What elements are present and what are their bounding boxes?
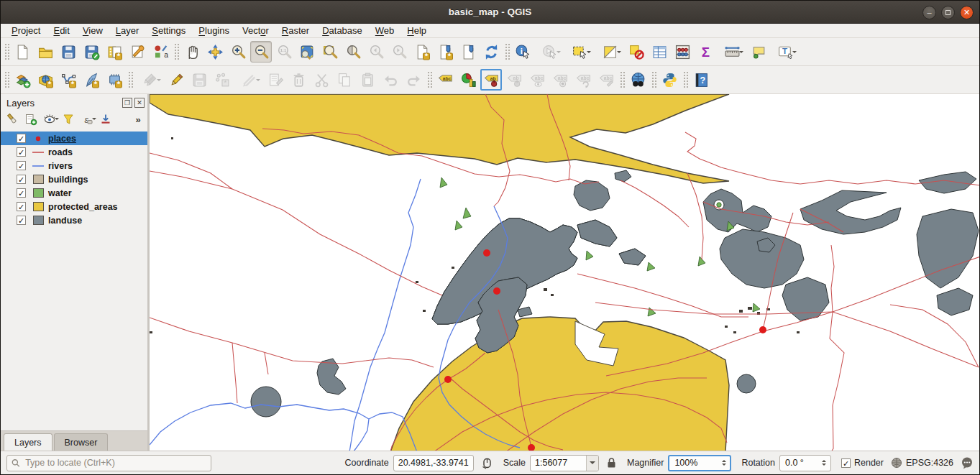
- panel-overflow-button[interactable]: »: [132, 111, 145, 127]
- show-layout-manager-button[interactable]: [127, 41, 148, 63]
- pan-map-button[interactable]: [181, 41, 203, 63]
- dock-tab-browser[interactable]: Browser: [54, 433, 109, 451]
- menu-help[interactable]: Help: [400, 24, 433, 38]
- layer-item-rivers[interactable]: ✓rivers: [1, 159, 147, 172]
- save-project-button[interactable]: [58, 41, 79, 63]
- toolbar-separator-handle[interactable]: [4, 42, 9, 61]
- layer-item-protected_areas[interactable]: ✓protected_areas: [1, 200, 147, 213]
- bookmark-manager-button[interactable]: [457, 41, 479, 63]
- identify-features-button[interactable]: i: [512, 41, 533, 63]
- title-bar[interactable]: basic_map - QGIS – ✕: [1, 1, 979, 24]
- manage-map-themes-button[interactable]: [41, 111, 58, 127]
- zoom-out-button[interactable]: [250, 41, 272, 63]
- toolbar-separator-handle[interactable]: [426, 70, 432, 89]
- field-calculator-button[interactable]: [672, 41, 693, 63]
- toolbar-separator-handle[interactable]: [173, 42, 179, 61]
- select-by-value-button[interactable]: [595, 41, 624, 63]
- rotation-up-icon[interactable]: [822, 458, 826, 462]
- layer-diagram-button[interactable]: [457, 69, 479, 91]
- magnifier-up-icon[interactable]: [722, 458, 726, 462]
- menu-raster[interactable]: Raster: [275, 24, 316, 38]
- map-canvas[interactable]: [150, 94, 979, 451]
- new-print-layout-button[interactable]: *: [104, 41, 125, 63]
- toolbar-separator-handle[interactable]: [619, 70, 625, 89]
- close-button[interactable]: ✕: [960, 6, 974, 19]
- layer-item-water[interactable]: ✓water: [1, 186, 147, 200]
- zoom-full-button[interactable]: [296, 41, 318, 63]
- statistics-summary-button[interactable]: Σ: [695, 41, 716, 63]
- menu-view[interactable]: View: [76, 24, 109, 38]
- layer-checkbox[interactable]: ✓: [17, 161, 26, 170]
- deselect-all-button[interactable]: [626, 41, 647, 63]
- layer-item-roads[interactable]: ✓roads: [1, 145, 147, 159]
- maximize-button[interactable]: [941, 6, 955, 19]
- new-shapefile-layer-button[interactable]: *: [58, 69, 79, 91]
- style-manager-button[interactable]: a: [150, 41, 171, 63]
- new-virtual-layer-button[interactable]: *: [104, 69, 125, 91]
- pan-to-selection-button[interactable]: [204, 41, 226, 63]
- menu-web[interactable]: Web: [369, 24, 401, 38]
- map-tips-button[interactable]: [748, 41, 769, 63]
- help-contents-button[interactable]: ?: [690, 69, 712, 91]
- layer-item-places[interactable]: ✓places: [1, 132, 147, 145]
- locate-input[interactable]: [24, 457, 206, 469]
- filter-legend-button[interactable]: [60, 111, 77, 127]
- menu-project[interactable]: Project: [5, 24, 47, 38]
- rotation-spinbox[interactable]: 0.0 °: [779, 455, 831, 471]
- zoom-to-selection-button[interactable]: [342, 41, 364, 63]
- open-attribute-table-button[interactable]: [649, 41, 670, 63]
- toolbar-separator-handle[interactable]: [4, 70, 9, 89]
- show-spatial-bookmarks-button[interactable]: *: [434, 41, 456, 63]
- minimize-button[interactable]: –: [922, 6, 936, 19]
- new-project-button[interactable]: [12, 41, 33, 63]
- new-spatialite-layer-button[interactable]: *: [81, 69, 102, 91]
- scale-dropdown-icon[interactable]: [586, 456, 598, 471]
- layer-item-buildings[interactable]: ✓buildings: [1, 172, 147, 186]
- panel-close-icon[interactable]: ✕: [134, 98, 145, 108]
- add-group-button[interactable]: [22, 111, 40, 127]
- toolbar-separator-handle[interactable]: [127, 70, 133, 89]
- render-checkbox[interactable]: ✓: [841, 458, 851, 468]
- magnifier-down-icon[interactable]: [722, 464, 726, 468]
- python-console-button[interactable]: [659, 69, 680, 91]
- mouse-extent-icon[interactable]: [481, 457, 493, 469]
- layer-checkbox[interactable]: ✓: [17, 134, 26, 143]
- coordinate-input[interactable]: [394, 457, 473, 469]
- menu-plugins[interactable]: Plugins: [192, 24, 236, 38]
- layer-checkbox[interactable]: ✓: [17, 147, 26, 157]
- filter-by-expression-button[interactable]: ε: [78, 111, 96, 127]
- menu-database[interactable]: Database: [316, 24, 369, 38]
- open-layer-styling-button[interactable]: [4, 111, 21, 127]
- expand-collapse-all-button[interactable]: [97, 111, 114, 127]
- lock-scale-icon[interactable]: [606, 457, 617, 469]
- select-features-button[interactable]: [565, 41, 594, 63]
- rotation-down-icon[interactable]: [822, 464, 826, 468]
- menu-edit[interactable]: Edit: [47, 24, 75, 38]
- menu-layer[interactable]: Layer: [109, 24, 146, 38]
- magnifier-spinbox[interactable]: 100%: [668, 455, 731, 471]
- zoom-to-layer-button[interactable]: [319, 41, 341, 63]
- layer-checkbox[interactable]: ✓: [17, 175, 26, 184]
- save-project-as-button[interactable]: [81, 41, 102, 63]
- zoom-in-button[interactable]: [227, 41, 249, 63]
- scale-combo[interactable]: 1:56077: [530, 455, 599, 471]
- messages-icon[interactable]: [961, 456, 974, 469]
- layer-checkbox[interactable]: ✓: [17, 202, 26, 211]
- coordinate-field[interactable]: [393, 455, 474, 471]
- open-project-button[interactable]: [35, 41, 56, 63]
- toggle-editing-button[interactable]: [165, 69, 187, 91]
- new-spatial-bookmark-button[interactable]: *: [411, 41, 433, 63]
- text-annotation-button[interactable]: T: [771, 41, 800, 63]
- toolbar-separator-handle[interactable]: [682, 70, 688, 89]
- panel-float-icon[interactable]: ❐: [122, 98, 132, 108]
- menu-settings[interactable]: Settings: [145, 24, 192, 38]
- toolbar-separator-handle[interactable]: [504, 42, 510, 61]
- layer-checkbox[interactable]: ✓: [17, 216, 26, 225]
- metasearch-button[interactable]: [627, 69, 649, 91]
- layer-item-landuse[interactable]: ✓landuse: [1, 213, 147, 227]
- data-source-manager-button[interactable]: [12, 69, 33, 91]
- locate-box[interactable]: [6, 455, 211, 471]
- new-geopackage-layer-button[interactable]: *: [35, 69, 56, 91]
- refresh-map-button[interactable]: [480, 41, 502, 63]
- dock-tab-layers[interactable]: Layers: [4, 433, 52, 451]
